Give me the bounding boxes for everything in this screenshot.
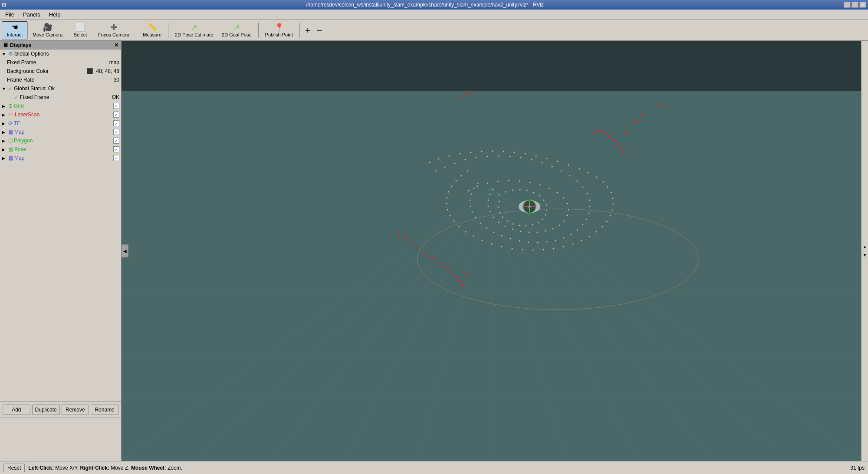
- svg-point-63: [465, 231, 467, 233]
- svg-point-72: [456, 180, 457, 181]
- svg-point-189: [405, 237, 407, 240]
- status-fixed-frame-row[interactable]: ✓ Fixed Frame OK: [0, 93, 121, 102]
- background-color-value: 48; 48; 48: [96, 68, 119, 74]
- tf-checkbox[interactable]: ✓: [113, 120, 119, 126]
- svg-point-151: [526, 190, 528, 191]
- svg-point-97: [577, 230, 578, 231]
- svg-point-23: [429, 162, 431, 163]
- svg-point-101: [546, 241, 548, 243]
- svg-point-190: [411, 242, 414, 244]
- minimize-button[interactable]: _: [844, 2, 851, 8]
- publish-point-button[interactable]: 📍 Publish Point: [261, 21, 297, 40]
- grid-expand[interactable]: ▶: [2, 104, 7, 109]
- global-status-row[interactable]: ▼ ✓ Global Status: Ok: [0, 84, 121, 93]
- displays-panel: 🖥 Displays ✕ ▼ ⚙ Global Options Fixed Fr…: [0, 41, 122, 418]
- rename-button[interactable]: Rename: [91, 405, 118, 415]
- laserscan-row[interactable]: ▶ 〰 LaserScan ✓: [0, 110, 121, 119]
- toolbar-plus-button[interactable]: +: [302, 25, 313, 36]
- duplicate-button[interactable]: Duplicate: [32, 405, 60, 415]
- svg-point-130: [567, 215, 568, 216]
- global-options-expand[interactable]: ▼: [2, 52, 7, 56]
- svg-point-69: [447, 198, 448, 199]
- focus-camera-button[interactable]: ✛ Focus Camera: [94, 21, 133, 40]
- svg-point-192: [424, 251, 427, 253]
- grid-label: Grid: [14, 103, 113, 109]
- global-options-row[interactable]: ▼ ⚙ Global Options: [0, 49, 121, 58]
- scroll-up-arrow[interactable]: ▲: [861, 243, 868, 251]
- pose-row[interactable]: ▶ ▦ Pose ✓: [0, 145, 121, 154]
- svg-point-147: [499, 194, 500, 196]
- svg-point-153: [539, 195, 540, 197]
- menu-panels[interactable]: Panels: [20, 10, 44, 19]
- remove-button[interactable]: Remove: [62, 405, 89, 415]
- pose-expand[interactable]: ▶: [2, 147, 7, 152]
- svg-point-29: [492, 151, 493, 152]
- svg-point-142: [490, 211, 491, 213]
- svg-point-61: [482, 240, 483, 241]
- polygon-checkbox[interactable]: ✓: [113, 138, 119, 144]
- svg-point-96: [582, 224, 583, 226]
- close-button[interactable]: ✕: [859, 2, 866, 8]
- right-scrollbar[interactable]: ▲ ▼: [861, 41, 868, 461]
- pose-checkbox[interactable]: ✓: [113, 146, 119, 152]
- laserscan-checkbox[interactable]: ✓: [113, 112, 119, 118]
- displays-close-button[interactable]: ✕: [114, 42, 118, 48]
- 3d-viewport[interactable]: ◀: [122, 41, 861, 461]
- grid-row[interactable]: ▶ ⊞ Grid ✓: [0, 102, 121, 110]
- move-camera-icon: 🎥: [43, 23, 53, 31]
- svg-point-180: [613, 139, 615, 142]
- window-controls[interactable]: _ □ ✕: [844, 2, 868, 8]
- collapse-viewport-handle[interactable]: ◀: [122, 244, 128, 257]
- statusbar: Reset Left-Click: Move X/Y. Right-Click:…: [0, 461, 868, 474]
- map-checkbox[interactable]: ✓: [113, 129, 119, 135]
- map2-expand[interactable]: ▶: [2, 156, 7, 161]
- select-button[interactable]: ⬜ Select: [67, 21, 93, 40]
- 2d-pose-button[interactable]: ↗ 2D Pose Estimate: [171, 21, 217, 40]
- menu-help[interactable]: Help: [46, 10, 64, 19]
- polygon-row[interactable]: ▶ ⬡ Polygon ✓: [0, 136, 121, 145]
- map2-row[interactable]: ▶ ▦ Map ✓: [0, 154, 121, 162]
- laserscan-expand[interactable]: ▶: [2, 112, 7, 117]
- svg-point-36: [568, 165, 569, 166]
- svg-point-144: [488, 200, 489, 201]
- background-color-row[interactable]: Background Color 48; 48; 48: [0, 67, 121, 76]
- map-row[interactable]: ▶ ▦ Map ✓: [0, 128, 121, 136]
- svg-point-185: [635, 120, 637, 122]
- polygon-expand[interactable]: ▶: [2, 138, 7, 143]
- measure-button[interactable]: 📏 Measure: [139, 21, 165, 40]
- add-button[interactable]: Add: [3, 405, 30, 415]
- interact-icon: ☚: [11, 23, 18, 31]
- scroll-down-arrow[interactable]: ▼: [861, 251, 868, 259]
- map2-checkbox[interactable]: ✓: [113, 155, 119, 161]
- svg-point-167: [498, 207, 500, 208]
- map-expand[interactable]: ▶: [2, 130, 7, 135]
- svg-point-113: [470, 200, 471, 201]
- svg-point-59: [501, 246, 503, 247]
- polygon-icon: ⬡: [8, 138, 13, 144]
- svg-point-28: [481, 151, 483, 152]
- interact-button[interactable]: ☚ Interact: [2, 21, 28, 40]
- 2d-goal-button[interactable]: ↗ 2D Goal Pose: [218, 21, 255, 40]
- svg-point-198: [459, 280, 461, 283]
- tf-row[interactable]: ▶ ⟳ TF ✓: [0, 119, 121, 128]
- toolbar-minus-button[interactable]: −: [314, 25, 325, 36]
- reset-button[interactable]: Reset: [3, 464, 25, 472]
- menu-file[interactable]: File: [2, 10, 18, 19]
- 2d-goal-label: 2D Goal Pose: [222, 32, 251, 37]
- svg-point-32: [525, 153, 526, 155]
- svg-point-125: [549, 188, 550, 189]
- maximize-button[interactable]: □: [852, 2, 858, 8]
- svg-point-39: [596, 177, 598, 178]
- svg-point-202: [465, 93, 467, 95]
- toolbar-separator-3: [258, 23, 259, 38]
- tf-expand[interactable]: ▶: [2, 121, 7, 126]
- svg-point-174: [528, 205, 531, 208]
- grid-checkbox[interactable]: ✓: [113, 103, 119, 109]
- svg-point-41: [607, 187, 608, 188]
- fixed-frame-row[interactable]: Fixed Frame map: [0, 58, 121, 67]
- svg-point-62: [473, 236, 474, 237]
- global-status-expand[interactable]: ▼: [2, 86, 7, 91]
- frame-rate-row[interactable]: Frame Rate 30: [0, 76, 121, 84]
- svg-point-122: [519, 181, 520, 182]
- move-camera-button[interactable]: 🎥 Move Camera: [29, 21, 66, 40]
